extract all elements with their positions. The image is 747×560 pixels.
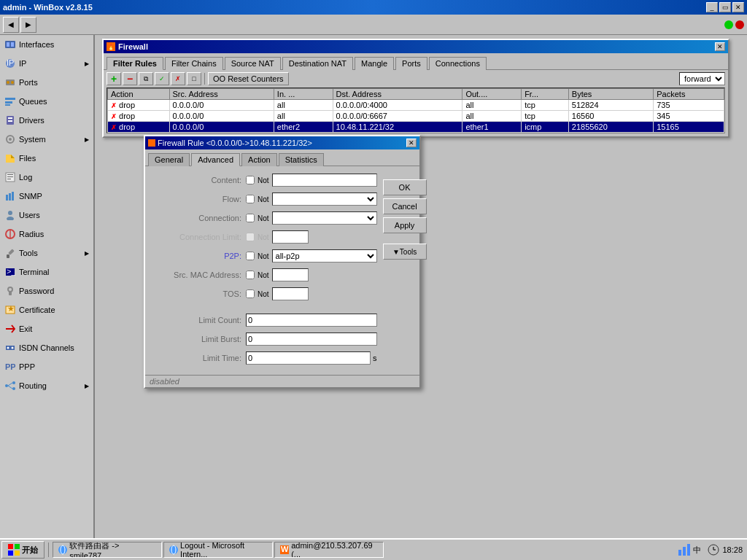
status-circle-green — [724, 20, 733, 29]
sidebar-item-routing[interactable]: Routing ▶ — [0, 376, 93, 395]
tools-button[interactable]: ▼Tools — [383, 244, 427, 260]
minimize-button[interactable]: _ — [706, 2, 718, 12]
restore-button[interactable]: ▭ — [719, 2, 731, 12]
sidebar-item-ppp[interactable]: PPP PPP — [0, 357, 93, 376]
tab-connections[interactable]: Connections — [429, 57, 487, 70]
cancel-button[interactable]: Cancel — [383, 198, 427, 214]
rule-window: Firewall Rule <0.0.0.0/0->10.48.11.221/3… — [144, 135, 421, 389]
col-dst-addr: Dst. Address — [333, 89, 462, 100]
src-mac-not-checkbox[interactable] — [246, 271, 255, 279]
table-row[interactable]: ✗ drop0.0.0.0/0all0.0.0.0/0:4000alltcp51… — [108, 100, 724, 111]
svg-point-40 — [12, 347, 14, 349]
conn-limit-input[interactable] — [272, 230, 309, 244]
p2p-label: P2P: — [151, 252, 246, 260]
limit-burst-input[interactable] — [246, 332, 377, 346]
sidebar-item-radius[interactable]: Radius — [0, 225, 93, 244]
tab-mangle[interactable]: Mangle — [355, 57, 394, 70]
sidebar-item-interfaces[interactable]: Interfaces — [0, 35, 93, 54]
chain-select[interactable]: forward — [679, 72, 725, 85]
table-row[interactable]: ✗ drop0.0.0.0/0ether210.48.11.221/32ethe… — [108, 122, 724, 133]
svg-point-7 — [11, 81, 14, 84]
limit-time-input[interactable] — [246, 351, 371, 365]
sidebar-item-exit[interactable]: Exit — [0, 319, 93, 338]
exit-icon — [4, 323, 16, 335]
ok-button[interactable]: OK — [383, 179, 427, 195]
forward-button[interactable]: ▶ — [20, 17, 36, 33]
firewall-toolbar: + − ⧉ ✓ ✗ □ OO Reset Counters forward — [104, 70, 728, 88]
sidebar-item-log[interactable]: Log — [0, 168, 93, 187]
sidebar-item-password[interactable]: Password — [0, 281, 93, 300]
remove-rule-button[interactable]: − — [123, 72, 137, 85]
p2p-not-checkbox[interactable] — [246, 252, 255, 260]
tab-action[interactable]: Action — [241, 153, 277, 166]
add-rule-button[interactable]: + — [107, 72, 121, 85]
flow-not-checkbox[interactable] — [246, 195, 255, 203]
sidebar-item-drivers[interactable]: Drivers — [0, 111, 93, 130]
start-button[interactable]: 开始 — [1, 541, 44, 559]
app-title: admin - WinBox v2.8.15 — [3, 3, 93, 12]
tos-input[interactable] — [272, 287, 309, 300]
sidebar-label-certificate: Certificate — [19, 306, 89, 314]
svg-text:W: W — [281, 545, 289, 553]
comment-rule-button[interactable]: □ — [187, 72, 201, 85]
svg-rect-49 — [8, 551, 13, 556]
src-mac-input[interactable] — [272, 268, 309, 281]
tab-general[interactable]: General — [148, 153, 190, 166]
firewall-title-text: 🔥 Firewall — [107, 42, 148, 51]
svg-rect-48 — [15, 544, 20, 549]
tab-ports[interactable]: Ports — [395, 57, 427, 70]
svg-point-26 — [7, 217, 14, 220]
svg-rect-9 — [5, 101, 12, 104]
reset-counters-button[interactable]: OO Reset Counters — [208, 72, 289, 85]
sidebar-item-ports[interactable]: Ports — [0, 73, 93, 92]
enable-rule-button[interactable]: ✓ — [155, 72, 169, 85]
svg-marker-17 — [11, 155, 15, 158]
p2p-select[interactable]: all-p2p — [272, 249, 377, 262]
firewall-title-label: Firewall — [118, 42, 148, 51]
close-button[interactable]: ✕ — [732, 2, 744, 12]
apply-button[interactable]: Apply — [383, 217, 427, 233]
cell-7: 735 — [654, 100, 724, 111]
taskbar-item-ie[interactable]: 软件路由器 -> smile787,... — [53, 542, 162, 558]
connection-select[interactable] — [272, 211, 377, 225]
sidebar-item-snmp[interactable]: SNMP — [0, 187, 93, 206]
disable-rule-button[interactable]: ✗ — [171, 72, 185, 85]
sidebar-item-tools[interactable]: Tools ▶ — [0, 244, 93, 262]
tab-filter-chains[interactable]: Filter Chains — [165, 57, 223, 70]
sidebar-item-files[interactable]: Files — [0, 149, 93, 168]
limit-count-input[interactable] — [246, 314, 377, 327]
content-not-checkbox[interactable] — [246, 176, 255, 184]
conn-limit-not-checkbox[interactable] — [246, 233, 255, 241]
sidebar-item-system[interactable]: System ▶ — [0, 130, 93, 149]
content-input[interactable] — [272, 174, 377, 187]
terminal-icon: >_ — [4, 266, 16, 278]
taskbar-time: 18:28 — [722, 545, 743, 554]
sidebar-item-certificate[interactable]: ★ Certificate — [0, 300, 93, 319]
connection-not-checkbox[interactable] — [246, 214, 255, 222]
copy-rule-button[interactable]: ⧉ — [139, 72, 153, 85]
chain-select-wrap: forward — [679, 72, 725, 85]
sidebar-item-ip[interactable]: IP IP ▶ — [0, 54, 93, 73]
tab-statistics[interactable]: Statistics — [279, 153, 324, 166]
tab-destination-nat[interactable]: Destination NAT — [282, 57, 353, 70]
cell-5: tcp — [522, 100, 569, 111]
sidebar-item-isdn[interactable]: ISDN Channels — [0, 338, 93, 357]
tos-not-checkbox[interactable] — [246, 289, 255, 298]
table-row[interactable]: ✗ drop0.0.0.0/0all0.0.0.0/0:6667alltcp16… — [108, 111, 724, 122]
taskbar-item-logout[interactable]: Logout - Microsoft Intern... — [163, 542, 273, 558]
firewall-close-button[interactable]: ✕ — [715, 42, 725, 51]
rule-close-button[interactable]: ✕ — [406, 139, 417, 147]
svg-point-42 — [5, 384, 8, 387]
tab-advanced[interactable]: Advanced — [191, 153, 240, 166]
sidebar-item-terminal[interactable]: >_ Terminal — [0, 262, 93, 281]
ppp-icon: PPP — [4, 361, 16, 373]
tab-filter-rules[interactable]: Filter Rules — [107, 57, 163, 70]
tab-source-nat[interactable]: Source NAT — [225, 57, 281, 70]
connection-label: Connection: — [151, 214, 246, 222]
back-button[interactable]: ◀ — [3, 17, 19, 33]
taskbar-item-admin[interactable]: W admin@210.53.207.69 (... — [274, 542, 384, 558]
sidebar-item-users[interactable]: Users — [0, 206, 93, 225]
certificate-icon: ★ — [4, 304, 16, 316]
flow-select[interactable] — [272, 192, 377, 206]
sidebar-item-queues[interactable]: Queues — [0, 92, 93, 111]
